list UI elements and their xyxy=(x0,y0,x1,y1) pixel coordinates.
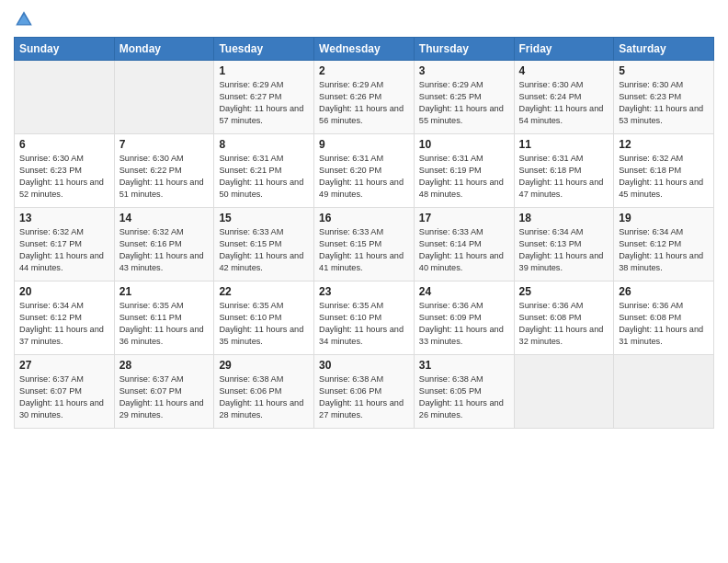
page: SundayMondayTuesdayWednesdayThursdayFrid… xyxy=(0,0,728,563)
day-info: Sunrise: 6:38 AM Sunset: 6:06 PM Dayligh… xyxy=(219,373,309,421)
day-number: 25 xyxy=(519,285,609,298)
calendar-cell: 2Sunrise: 6:29 AM Sunset: 6:26 PM Daylig… xyxy=(314,61,415,134)
calendar-cell: 22Sunrise: 6:35 AM Sunset: 6:10 PM Dayli… xyxy=(214,282,314,355)
calendar-cell: 4Sunrise: 6:30 AM Sunset: 6:24 PM Daylig… xyxy=(514,61,614,134)
calendar-cell: 27Sunrise: 6:37 AM Sunset: 6:07 PM Dayli… xyxy=(15,355,115,429)
logo-icon xyxy=(14,9,34,29)
day-info: Sunrise: 6:34 AM Sunset: 6:13 PM Dayligh… xyxy=(519,226,609,274)
day-number: 17 xyxy=(419,212,509,224)
calendar-cell: 8Sunrise: 6:31 AM Sunset: 6:21 PM Daylig… xyxy=(214,134,314,208)
calendar-cell: 18Sunrise: 6:34 AM Sunset: 6:13 PM Dayli… xyxy=(514,208,614,282)
day-number: 15 xyxy=(219,212,309,224)
calendar-cell: 24Sunrise: 6:36 AM Sunset: 6:09 PM Dayli… xyxy=(414,282,514,355)
day-info: Sunrise: 6:37 AM Sunset: 6:07 PM Dayligh… xyxy=(19,373,109,421)
day-info: Sunrise: 6:36 AM Sunset: 6:08 PM Dayligh… xyxy=(619,300,709,348)
day-info: Sunrise: 6:32 AM Sunset: 6:18 PM Dayligh… xyxy=(619,153,709,201)
calendar-cell: 26Sunrise: 6:36 AM Sunset: 6:08 PM Dayli… xyxy=(614,282,714,355)
weekday-header-monday: Monday xyxy=(114,38,214,61)
calendar-cell: 20Sunrise: 6:34 AM Sunset: 6:12 PM Dayli… xyxy=(15,282,115,355)
day-info: Sunrise: 6:29 AM Sunset: 6:27 PM Dayligh… xyxy=(219,79,309,127)
day-number: 2 xyxy=(319,64,409,77)
day-info: Sunrise: 6:36 AM Sunset: 6:08 PM Dayligh… xyxy=(519,300,609,348)
calendar-cell: 10Sunrise: 6:31 AM Sunset: 6:19 PM Dayli… xyxy=(414,134,514,208)
calendar-cell: 1Sunrise: 6:29 AM Sunset: 6:27 PM Daylig… xyxy=(214,61,314,134)
day-number: 22 xyxy=(219,285,309,298)
day-info: Sunrise: 6:34 AM Sunset: 6:12 PM Dayligh… xyxy=(619,226,709,274)
weekday-header-wednesday: Wednesday xyxy=(314,38,415,61)
day-info: Sunrise: 6:31 AM Sunset: 6:20 PM Dayligh… xyxy=(319,153,409,201)
calendar-cell: 11Sunrise: 6:31 AM Sunset: 6:18 PM Dayli… xyxy=(514,134,614,208)
calendar-table: SundayMondayTuesdayWednesdayThursdayFrid… xyxy=(14,37,714,429)
day-info: Sunrise: 6:33 AM Sunset: 6:15 PM Dayligh… xyxy=(319,226,409,274)
day-info: Sunrise: 6:35 AM Sunset: 6:11 PM Dayligh… xyxy=(119,300,210,348)
header xyxy=(14,9,714,29)
weekday-header-thursday: Thursday xyxy=(414,38,514,61)
weekday-header-sunday: Sunday xyxy=(15,38,115,61)
day-info: Sunrise: 6:31 AM Sunset: 6:19 PM Dayligh… xyxy=(419,153,509,201)
day-info: Sunrise: 6:29 AM Sunset: 6:26 PM Dayligh… xyxy=(319,79,409,127)
day-number: 31 xyxy=(419,359,509,372)
day-number: 4 xyxy=(519,64,609,77)
day-number: 3 xyxy=(419,64,509,77)
day-number: 30 xyxy=(319,359,409,372)
calendar-cell: 30Sunrise: 6:38 AM Sunset: 6:06 PM Dayli… xyxy=(314,355,415,429)
day-info: Sunrise: 6:31 AM Sunset: 6:18 PM Dayligh… xyxy=(519,153,609,201)
day-info: Sunrise: 6:30 AM Sunset: 6:24 PM Dayligh… xyxy=(519,79,609,127)
day-number: 8 xyxy=(219,138,309,151)
day-info: Sunrise: 6:31 AM Sunset: 6:21 PM Dayligh… xyxy=(219,153,309,201)
calendar-cell: 5Sunrise: 6:30 AM Sunset: 6:23 PM Daylig… xyxy=(614,61,714,134)
day-number: 13 xyxy=(19,212,109,224)
day-number: 18 xyxy=(519,212,609,224)
calendar-cell: 13Sunrise: 6:32 AM Sunset: 6:17 PM Dayli… xyxy=(15,208,115,282)
calendar-cell: 29Sunrise: 6:38 AM Sunset: 6:06 PM Dayli… xyxy=(214,355,314,429)
calendar-cell: 19Sunrise: 6:34 AM Sunset: 6:12 PM Dayli… xyxy=(614,208,714,282)
day-number: 1 xyxy=(219,64,309,77)
day-info: Sunrise: 6:30 AM Sunset: 6:23 PM Dayligh… xyxy=(619,79,709,127)
day-info: Sunrise: 6:36 AM Sunset: 6:09 PM Dayligh… xyxy=(419,300,509,348)
weekday-header-friday: Friday xyxy=(514,38,614,61)
week-row-4: 20Sunrise: 6:34 AM Sunset: 6:12 PM Dayli… xyxy=(15,282,714,355)
calendar-cell: 23Sunrise: 6:35 AM Sunset: 6:10 PM Dayli… xyxy=(314,282,415,355)
day-info: Sunrise: 6:32 AM Sunset: 6:17 PM Dayligh… xyxy=(19,226,109,274)
weekday-header-tuesday: Tuesday xyxy=(214,38,314,61)
calendar-cell: 17Sunrise: 6:33 AM Sunset: 6:14 PM Dayli… xyxy=(414,208,514,282)
calendar-cell: 28Sunrise: 6:37 AM Sunset: 6:07 PM Dayli… xyxy=(114,355,214,429)
day-number: 23 xyxy=(319,285,409,298)
calendar-cell: 6Sunrise: 6:30 AM Sunset: 6:23 PM Daylig… xyxy=(15,134,115,208)
day-info: Sunrise: 6:33 AM Sunset: 6:15 PM Dayligh… xyxy=(219,226,309,274)
calendar-cell: 21Sunrise: 6:35 AM Sunset: 6:11 PM Dayli… xyxy=(114,282,214,355)
day-number: 11 xyxy=(519,138,609,151)
calendar-cell: 9Sunrise: 6:31 AM Sunset: 6:20 PM Daylig… xyxy=(314,134,415,208)
calendar-cell: 14Sunrise: 6:32 AM Sunset: 6:16 PM Dayli… xyxy=(114,208,214,282)
week-row-3: 13Sunrise: 6:32 AM Sunset: 6:17 PM Dayli… xyxy=(15,208,714,282)
day-info: Sunrise: 6:30 AM Sunset: 6:23 PM Dayligh… xyxy=(19,153,109,201)
day-info: Sunrise: 6:30 AM Sunset: 6:22 PM Dayligh… xyxy=(119,153,210,201)
weekday-header-row: SundayMondayTuesdayWednesdayThursdayFrid… xyxy=(15,38,714,61)
calendar-cell xyxy=(15,61,115,134)
day-number: 9 xyxy=(319,138,409,151)
calendar-cell xyxy=(514,355,614,429)
calendar-cell: 31Sunrise: 6:38 AM Sunset: 6:05 PM Dayli… xyxy=(414,355,514,429)
day-info: Sunrise: 6:29 AM Sunset: 6:25 PM Dayligh… xyxy=(419,79,509,127)
calendar-cell xyxy=(114,61,214,134)
week-row-5: 27Sunrise: 6:37 AM Sunset: 6:07 PM Dayli… xyxy=(15,355,714,429)
day-info: Sunrise: 6:37 AM Sunset: 6:07 PM Dayligh… xyxy=(119,373,210,421)
calendar-cell: 25Sunrise: 6:36 AM Sunset: 6:08 PM Dayli… xyxy=(514,282,614,355)
calendar-cell: 12Sunrise: 6:32 AM Sunset: 6:18 PM Dayli… xyxy=(614,134,714,208)
day-number: 24 xyxy=(419,285,509,298)
day-info: Sunrise: 6:38 AM Sunset: 6:06 PM Dayligh… xyxy=(319,373,409,421)
logo xyxy=(14,9,38,29)
day-info: Sunrise: 6:35 AM Sunset: 6:10 PM Dayligh… xyxy=(219,300,309,348)
day-number: 7 xyxy=(119,138,210,151)
day-info: Sunrise: 6:38 AM Sunset: 6:05 PM Dayligh… xyxy=(419,373,509,421)
day-number: 26 xyxy=(619,285,709,298)
day-number: 10 xyxy=(419,138,509,151)
day-number: 6 xyxy=(19,138,109,151)
day-number: 16 xyxy=(319,212,409,224)
week-row-2: 6Sunrise: 6:30 AM Sunset: 6:23 PM Daylig… xyxy=(15,134,714,208)
day-number: 12 xyxy=(619,138,709,151)
day-info: Sunrise: 6:35 AM Sunset: 6:10 PM Dayligh… xyxy=(319,300,409,348)
day-number: 29 xyxy=(219,359,309,372)
day-number: 5 xyxy=(619,64,709,77)
calendar-cell: 7Sunrise: 6:30 AM Sunset: 6:22 PM Daylig… xyxy=(114,134,214,208)
